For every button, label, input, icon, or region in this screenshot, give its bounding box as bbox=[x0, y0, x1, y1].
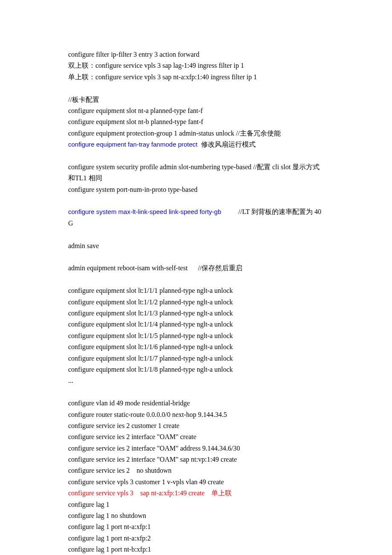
comment-line: //板卡配置 bbox=[68, 94, 324, 105]
config-line: configure filter ip-filter 3 entry 3 act… bbox=[68, 49, 324, 60]
config-line: configure service ies 2 no shutdown bbox=[68, 465, 324, 476]
inline-comment: //主备冗余使能 bbox=[236, 130, 281, 137]
config-line: configure service ies 2 customer 1 creat… bbox=[68, 420, 324, 431]
config-line: configure equipment slot lt:1/1/2 planne… bbox=[68, 297, 324, 308]
config-line: configure system security profile admin … bbox=[68, 162, 324, 184]
config-line: 双上联：configure service vpls 3 sap lag-1:4… bbox=[68, 60, 324, 71]
config-line: 单上联：configure service vpls 3 sap nt-a:xf… bbox=[68, 72, 324, 83]
config-line: configure system port-num-in-proto type-… bbox=[68, 184, 324, 195]
ellipsis-line: ... bbox=[68, 375, 324, 386]
config-line: configure equipment slot lt:1/1/6 planne… bbox=[68, 341, 324, 353]
highlighted-cmd-red: configure service vpls 3 sap nt-a:xfp:1:… bbox=[68, 489, 211, 497]
cmd-text: configure equipment protection-group 1 a… bbox=[68, 130, 236, 137]
blank-line bbox=[68, 229, 324, 240]
config-line: configure equipment protection-group 1 a… bbox=[68, 128, 324, 139]
config-line: configure service vpls 3 sap nt-a:xfp:1:… bbox=[68, 488, 324, 499]
config-line: configure service ies 2 interface "OAM" … bbox=[68, 443, 324, 454]
config-line: admin save bbox=[68, 240, 324, 251]
config-line: configure equipment slot lt:1/1/3 planne… bbox=[68, 308, 324, 319]
config-line: configure equipment slot lt:1/1/1 planne… bbox=[68, 285, 324, 296]
config-line: configure service ies 2 interface "OAM" … bbox=[68, 431, 324, 442]
config-line: configure equipment slot lt:1/1/8 planne… bbox=[68, 364, 324, 375]
document-page: configure filter ip-filter 3 entry 3 act… bbox=[0, 0, 392, 555]
cmd-text: configure system security profile admin … bbox=[68, 163, 253, 171]
blank-line bbox=[68, 274, 324, 285]
blank-line bbox=[68, 195, 324, 206]
inline-note-red: 单上联 bbox=[211, 489, 232, 497]
config-line: configure vlan id 49 mode residential-br… bbox=[68, 398, 324, 409]
config-line: configure equipment slot lt:1/1/4 planne… bbox=[68, 319, 324, 330]
config-line: configure equipment slot lt:1/1/7 planne… bbox=[68, 353, 324, 364]
config-line: configure router static-route 0.0.0.0/0 … bbox=[68, 409, 324, 420]
blank-line bbox=[68, 251, 324, 263]
config-line: configure equipment slot nt-b planned-ty… bbox=[68, 116, 324, 127]
config-line: configure equipment slot nt-a planned-ty… bbox=[68, 105, 324, 116]
highlighted-cmd: configure system max-lt-link-speed link-… bbox=[68, 208, 221, 215]
blank-line bbox=[68, 387, 324, 398]
config-line: configure lag 1 port nt-b:xfp:1 bbox=[68, 544, 324, 555]
config-line: configure equipment slot lt:1/1/5 planne… bbox=[68, 330, 324, 341]
blank-line bbox=[68, 83, 324, 94]
config-line: configure service vpls 3 customer 1 v-vp… bbox=[68, 477, 324, 488]
inline-comment: //保存然后重启 bbox=[198, 264, 242, 272]
highlighted-cmd: configure equipment fan-tray fanmode pro… bbox=[68, 141, 198, 148]
config-line: configure system max-lt-link-speed link-… bbox=[68, 206, 324, 229]
cmd-text: admin equipment reboot-isam with-self-te… bbox=[68, 264, 198, 272]
blank-line bbox=[68, 150, 324, 162]
config-line: configure service ies 2 interface "OAM" … bbox=[68, 454, 324, 465]
inline-comment: 修改风扇运行模式 bbox=[198, 141, 256, 148]
config-line: configure equipment fan-tray fanmode pro… bbox=[68, 139, 324, 150]
config-line: configure lag 1 port nt-a:xfp:1 bbox=[68, 521, 324, 532]
config-line: configure lag 1 port nt-a:xfp:2 bbox=[68, 533, 324, 544]
config-line: configure lag 1 no shutdown bbox=[68, 510, 324, 521]
config-line: admin equipment reboot-isam with-self-te… bbox=[68, 263, 324, 274]
config-line: configure lag 1 bbox=[68, 499, 324, 510]
